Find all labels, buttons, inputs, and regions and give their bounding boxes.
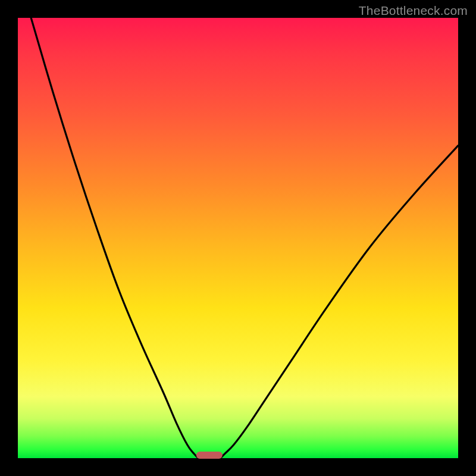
optimal-marker	[196, 452, 223, 459]
plot-area	[18, 18, 458, 458]
curve-path	[31, 18, 458, 458]
bottleneck-curve	[18, 18, 458, 458]
watermark-text: TheBottleneck.com	[359, 4, 468, 18]
chart-frame: TheBottleneck.com	[0, 0, 476, 476]
